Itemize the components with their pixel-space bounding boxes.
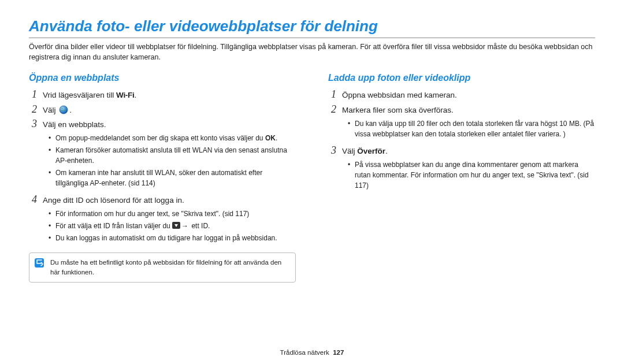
step-3-post: . (385, 147, 388, 155)
step-2: 2 Markera filer som ska överföras. (328, 104, 595, 116)
page: Använda foto- eller videowebbplatser för… (0, 0, 624, 364)
step-2-prefix: Välj (43, 106, 58, 114)
step-number: 3 (328, 145, 336, 155)
page-footer: Trådlösa nätverk 127 (0, 349, 624, 356)
bullet-text-post: ett ID. (190, 222, 210, 230)
step-2-bullets: Du kan välja upp till 20 filer och den t… (348, 118, 595, 139)
right-column: Ladda upp foton eller videoklipp 1 Öppna… (328, 73, 595, 282)
bullet: För information om hur du anger text, se… (49, 209, 296, 219)
step-number: 3 (29, 118, 37, 129)
note-box: Du måste ha ett befintligt konto på webb… (29, 252, 296, 282)
step-text: Välj Överför. (342, 146, 595, 157)
step-number: 2 (29, 104, 37, 114)
step-3-bullets: På vissa webbplatser kan du ange dina ko… (348, 159, 595, 191)
step-1: 1 Öppna webbsidan med kameran. (328, 89, 595, 101)
section-title-upload: Ladda upp foton eller videoklipp (328, 73, 595, 83)
note-text: Du måste ha ett befintligt konto på webb… (50, 258, 289, 277)
globe-icon (59, 105, 68, 114)
bullet: För att välja ett ID från listan väljer … (49, 221, 296, 231)
note-icon (34, 258, 44, 268)
step-number: 1 (328, 89, 336, 99)
bullet: På vissa webbplatser kan du ange dina ko… (348, 159, 595, 191)
step-3: 3 Välj Överför. (328, 145, 595, 157)
section-title-open-site: Öppna en webbplats (29, 73, 296, 83)
step-text: Öppna webbsidan med kameran. (342, 90, 595, 101)
bullet-text-post: . (276, 134, 277, 142)
step-text: Välj . (43, 105, 296, 116)
bullet-text-pre: För att välja ett ID från listan väljer … (55, 222, 172, 230)
left-column: Öppna en webbplats 1 Vrid lägesväljaren … (29, 73, 296, 282)
footer-page-number: 127 (333, 349, 344, 356)
step-4: 4 Ange ditt ID och lösenord för att logg… (29, 194, 296, 206)
step-4-bullets: För information om hur du anger text, se… (49, 209, 296, 243)
wifi-label: Wi-Fi (116, 91, 134, 99)
step-2: 2 Välj (29, 104, 296, 116)
bullet: Du kan välja upp till 20 filer och den t… (348, 118, 595, 139)
step-3-bullets: Om popup-meddelandet som ber dig skapa e… (49, 133, 296, 188)
step-number: 4 (29, 194, 37, 205)
step-1-prefix: Vrid lägesväljaren till (43, 91, 116, 99)
step-number: 1 (29, 89, 37, 99)
bullet-text-bold: OK (265, 134, 276, 142)
bullet: Du kan loggas in automatiskt om du tidig… (49, 233, 296, 243)
page-title: Använda foto- eller videowebbplatser för… (29, 17, 595, 35)
step-1: 1 Vrid lägesväljaren till Wi-Fi. (29, 89, 296, 101)
arrow-right: → (181, 221, 188, 231)
svg-point-0 (60, 106, 68, 114)
step-3-pre: Välj (342, 147, 357, 155)
step-3: 3 Välj en webbplats. (29, 118, 296, 131)
bullet-text-pre: Om popup-meddelandet som ber dig skapa e… (55, 134, 265, 142)
step-text: Ange ditt ID och lösenord för att logga … (43, 195, 296, 206)
bullet: Om popup-meddelandet som ber dig skapa e… (49, 133, 296, 143)
step-text: Markera filer som ska överföras. (342, 105, 595, 116)
intro-paragraph: Överför dina bilder eller videor till we… (29, 42, 595, 62)
step-3-bold: Överför (357, 147, 385, 155)
footer-section: Trådlösa nätverk (280, 349, 329, 356)
step-text: Vrid lägesväljaren till Wi-Fi. (43, 90, 296, 101)
columns: Öppna en webbplats 1 Vrid lägesväljaren … (29, 73, 595, 282)
bullet: Kameran försöker automatiskt ansluta til… (49, 145, 296, 166)
step-1-suffix: . (134, 91, 136, 99)
step-2-suffix: . (69, 106, 72, 114)
step-text: Välj en webbplats. (43, 119, 296, 131)
title-divider (29, 38, 595, 38)
down-triangle-icon (172, 221, 180, 228)
bullet: Om kameran inte har anslutit till WLAN, … (49, 168, 296, 188)
step-number: 2 (328, 104, 336, 114)
